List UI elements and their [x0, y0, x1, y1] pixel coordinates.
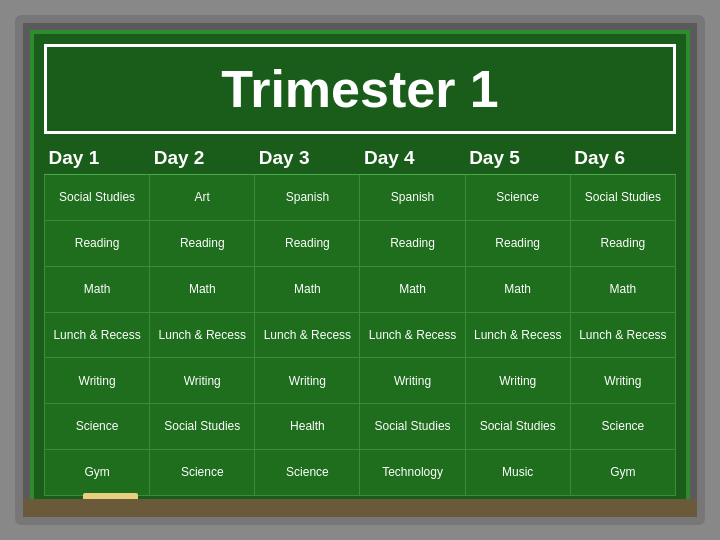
table-cell: Health [255, 404, 360, 450]
table-cell: Reading [465, 220, 570, 266]
table-cell: Technology [360, 450, 465, 496]
table-cell: Lunch & Recess [465, 312, 570, 358]
header-day6: Day 6 [570, 142, 675, 175]
table-cell: Science [465, 175, 570, 221]
table-cell: Science [45, 404, 150, 450]
table-cell: Science [255, 450, 360, 496]
table-cell: Lunch & Recess [570, 312, 675, 358]
table-cell: Writing [570, 358, 675, 404]
table-row: Lunch & RecessLunch & RecessLunch & Rece… [45, 312, 676, 358]
table-cell: Writing [150, 358, 255, 404]
page-title: Trimester 1 [221, 60, 499, 118]
table-cell: Writing [360, 358, 465, 404]
table-cell: Reading [255, 220, 360, 266]
header-row: Day 1 Day 2 Day 3 Day 4 Day 5 Day 6 [45, 142, 676, 175]
schedule-table: Day 1 Day 2 Day 3 Day 4 Day 5 Day 6 Soci… [44, 142, 676, 496]
table-cell: Math [150, 266, 255, 312]
table-cell: Science [570, 404, 675, 450]
table-cell: Social Studies [360, 404, 465, 450]
table-cell: Science [150, 450, 255, 496]
table-cell: Art [150, 175, 255, 221]
table-cell: Social Studies [570, 175, 675, 221]
table-cell: Music [465, 450, 570, 496]
table-cell: Math [570, 266, 675, 312]
header-day3: Day 3 [255, 142, 360, 175]
table-row: ScienceSocial StudiesHealthSocial Studie… [45, 404, 676, 450]
board-ledge [23, 499, 697, 517]
table-cell: Math [45, 266, 150, 312]
blackboard-outer: Trimester 1 Day 1 Day 2 Day 3 Day 4 Day … [15, 15, 705, 525]
table-cell: Lunch & Recess [150, 312, 255, 358]
table-cell: Gym [570, 450, 675, 496]
table-cell: Spanish [255, 175, 360, 221]
header-day2: Day 2 [150, 142, 255, 175]
table-row: WritingWritingWritingWritingWritingWriti… [45, 358, 676, 404]
table-cell: Spanish [360, 175, 465, 221]
table-cell: Gym [45, 450, 150, 496]
table-row: MathMathMathMathMathMath [45, 266, 676, 312]
table-cell: Social Studies [465, 404, 570, 450]
table-row: GymScienceScienceTechnologyMusicGym [45, 450, 676, 496]
header-day5: Day 5 [465, 142, 570, 175]
table-cell: Writing [45, 358, 150, 404]
table-cell: Reading [570, 220, 675, 266]
blackboard-inner: Trimester 1 Day 1 Day 2 Day 3 Day 4 Day … [30, 30, 690, 510]
table-cell: Reading [360, 220, 465, 266]
table-cell: Lunch & Recess [255, 312, 360, 358]
table-cell: Lunch & Recess [360, 312, 465, 358]
table-row: ReadingReadingReadingReadingReadingReadi… [45, 220, 676, 266]
table-cell: Social Studies [45, 175, 150, 221]
table-cell: Math [255, 266, 360, 312]
table-cell: Math [465, 266, 570, 312]
table-cell: Writing [465, 358, 570, 404]
table-row: Social StudiesArtSpanishSpanishScienceSo… [45, 175, 676, 221]
header-day4: Day 4 [360, 142, 465, 175]
table-cell: Writing [255, 358, 360, 404]
header-day1: Day 1 [45, 142, 150, 175]
table-cell: Social Studies [150, 404, 255, 450]
table-cell: Math [360, 266, 465, 312]
title-box: Trimester 1 [44, 44, 676, 134]
table-cell: Reading [150, 220, 255, 266]
table-cell: Reading [45, 220, 150, 266]
table-cell: Lunch & Recess [45, 312, 150, 358]
